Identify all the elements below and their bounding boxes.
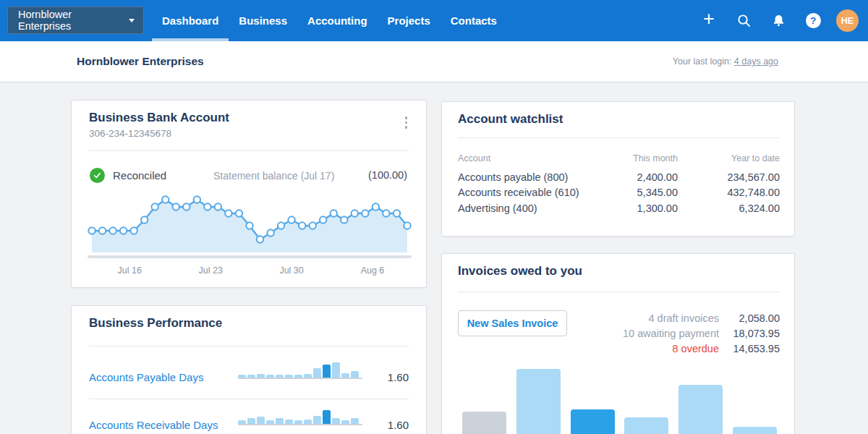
table-row[interactable]: Advertising (400) 1,300.00 6,324.00: [458, 200, 780, 216]
column-header-year-to-date: Year to date: [678, 153, 780, 163]
kebab-menu-icon[interactable]: [401, 114, 412, 132]
nav-item-dashboard[interactable]: Dashboard: [152, 0, 229, 41]
mini-bar: [313, 368, 321, 378]
nav-item-label: Dashboard: [162, 14, 218, 27]
search-icon: [736, 13, 752, 28]
last-login-link[interactable]: 4 days ago: [734, 56, 778, 67]
last-login: Your last login: 4 days ago: [673, 41, 778, 82]
chart-baseline: [238, 378, 362, 379]
mini-bar: [247, 375, 255, 378]
nav-item-label: Projects: [388, 14, 430, 27]
bank-balance-chart: Jul 16Jul 23Jul 30Aug 6: [88, 189, 412, 277]
svg-text:Jul 23: Jul 23: [199, 265, 223, 276]
mini-bar: [247, 418, 255, 424]
nav-item-accounting[interactable]: Accounting: [297, 0, 378, 41]
year-to-date-value: 234,567.00: [678, 171, 780, 183]
invoices-bar-chart: [442, 254, 794, 434]
nav-item-label: Accounting: [307, 14, 367, 27]
mini-bar: [266, 375, 274, 378]
divider: [89, 346, 409, 346]
payable-days-value: 1.60: [388, 371, 409, 383]
divider: [458, 137, 780, 138]
invoice-bar[interactable]: [624, 417, 668, 434]
add-button[interactable]: +: [697, 9, 720, 33]
invoice-bar[interactable]: [516, 369, 561, 434]
divider: [89, 399, 409, 399]
year-to-date-value: 432,748.00: [678, 187, 780, 198]
watchlist-header-row: Account This month Year to date: [458, 150, 780, 169]
payable-days-chart: [238, 362, 362, 379]
mini-bar: [294, 375, 302, 378]
column-header-account: Account: [458, 153, 584, 163]
svg-text:Jul 30: Jul 30: [279, 265, 303, 276]
invoice-bar[interactable]: [462, 412, 506, 434]
business-bank-account-card: Business Bank Account 306-234-12345678 R…: [71, 100, 427, 288]
reconciled-check-icon: [90, 168, 105, 183]
mini-bar: [304, 374, 312, 378]
chevron-down-icon: [129, 19, 135, 22]
notifications-button[interactable]: [767, 9, 790, 33]
card-title: Business Performance: [89, 316, 222, 331]
business-performance-card: Business Performance Accounts Payable Da…: [71, 305, 427, 434]
page-header: Hornblower Enterprises Your last login: …: [0, 41, 868, 82]
mini-bar: [238, 420, 246, 424]
svg-text:Jul 16: Jul 16: [118, 265, 142, 276]
bell-icon: [772, 14, 786, 27]
navbar-actions: + ? HE: [697, 0, 859, 41]
card-title: Account watchlist: [458, 112, 563, 127]
mini-bar: [341, 420, 349, 424]
mini-bar: [351, 371, 359, 378]
accounts-receivable-days-link[interactable]: Accounts Receivable Days: [89, 419, 218, 431]
mini-bar: [285, 375, 293, 378]
this-month-value: 2,400.00: [584, 171, 678, 183]
this-month-value: 1,300.00: [584, 203, 678, 214]
help-icon: ?: [806, 13, 821, 28]
top-navbar: Hornblower Enterprises Dashboard Busines…: [0, 0, 868, 41]
column-header-this-month: This month: [584, 153, 678, 163]
table-row[interactable]: Accounts receivable (610) 5,345.00 432,7…: [458, 185, 780, 201]
statement-balance-label: Statement balance (Jul 17): [213, 170, 334, 182]
watchlist-table: Account This month Year to date Accounts…: [458, 150, 780, 216]
mini-bar: [294, 420, 302, 424]
mini-bar: [341, 373, 349, 378]
invoices-owed-card: Invoices owed to you New Sales Invoice 4…: [441, 253, 795, 434]
primary-nav: Dashboard Business Accounting Projects C…: [152, 0, 507, 41]
chart-baseline: [238, 424, 362, 425]
mini-bar: [332, 362, 340, 378]
mini-bar: [276, 418, 284, 424]
reconciled-status: Reconciled: [113, 169, 166, 182]
search-button[interactable]: [732, 9, 755, 33]
mini-bar: [323, 365, 331, 378]
receivable-days-value: 1.60: [388, 419, 409, 431]
mini-bar: [266, 420, 274, 424]
invoice-bar[interactable]: [733, 427, 777, 434]
mini-bar: [351, 418, 359, 424]
mini-bar: [304, 420, 312, 424]
page-title: Hornblower Enterprises: [77, 41, 204, 82]
account-name: Accounts receivable (610): [458, 187, 584, 198]
nav-item-business[interactable]: Business: [229, 0, 297, 41]
statement-balance-value: (100.00): [368, 169, 407, 181]
mini-bar: [285, 420, 293, 424]
mini-bar: [313, 416, 321, 424]
table-row[interactable]: Accounts payable (800) 2,400.00 234,567.…: [458, 169, 780, 185]
org-selector[interactable]: Hornblower Enterprises: [7, 7, 144, 34]
nav-item-projects[interactable]: Projects: [378, 0, 441, 41]
help-button[interactable]: ?: [801, 9, 825, 33]
bank-account-number: 306-234-12345678: [89, 128, 171, 139]
this-month-value: 5,345.00: [584, 187, 678, 198]
last-login-label: Your last login:: [673, 56, 732, 67]
avatar[interactable]: HE: [836, 9, 859, 32]
mini-bar: [332, 418, 340, 424]
mini-bar: [238, 375, 246, 378]
account-watchlist-card: Account watchlist Account This month Yea…: [441, 101, 795, 237]
invoice-bar[interactable]: [678, 385, 723, 434]
org-selector-label: Hornblower Enterprises: [18, 9, 123, 32]
nav-item-contacts[interactable]: Contacts: [441, 0, 507, 41]
mini-bar: [257, 374, 265, 378]
account-name: Accounts payable (800): [458, 171, 584, 183]
divider: [89, 150, 409, 151]
invoice-bar[interactable]: [571, 409, 615, 434]
accounts-payable-days-link[interactable]: Accounts Payable Days: [89, 371, 203, 383]
nav-item-label: Business: [239, 14, 287, 27]
